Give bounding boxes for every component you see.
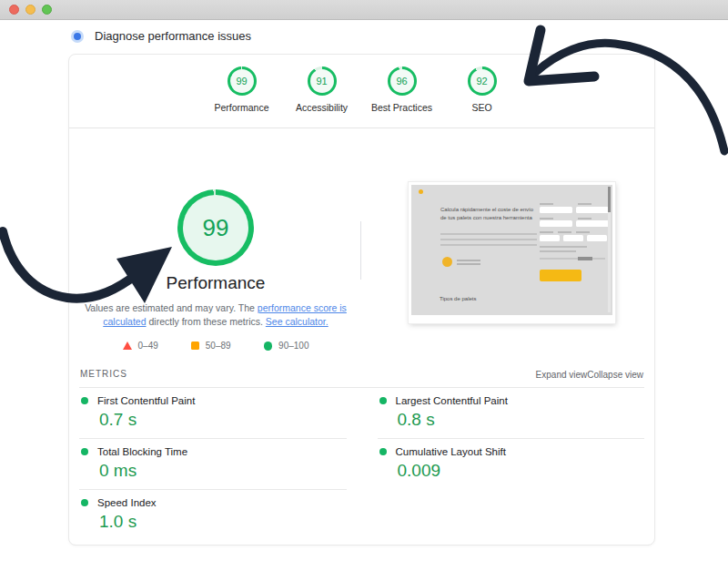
site-logo-dot xyxy=(419,189,423,194)
metric-value: 1.0 s xyxy=(99,512,347,532)
legend-range-mid-label: 50–89 xyxy=(206,341,231,351)
red-triangle-icon xyxy=(123,342,132,350)
desc-text: directly from these metrics. xyxy=(147,316,266,327)
window-titlebar xyxy=(0,0,728,20)
metrics-right-column: Largest Contentful Paint 0.8 s Cumulativ… xyxy=(378,388,645,540)
green-dot-icon xyxy=(379,397,387,404)
legend-range-mid: 50–89 xyxy=(191,341,231,351)
legend-range-high: 90–100 xyxy=(264,341,309,351)
metric-value: 0.7 s xyxy=(99,410,347,430)
metric-value: 0 ms xyxy=(99,461,347,481)
accessibility-score-small: 91 xyxy=(316,76,327,87)
metric-first-contentful-paint: First Contentful Paint 0.7 s xyxy=(79,388,347,439)
expand-view-link[interactable]: Expand view xyxy=(536,370,588,380)
screenshot-heading: Calcula rápidamente el coste de envío de… xyxy=(440,206,537,221)
metric-total-blocking-time: Total Blocking Time 0 ms xyxy=(79,439,347,490)
metric-name: First Contentful Paint xyxy=(97,395,195,406)
performance-gauge-small: 99 xyxy=(228,66,257,96)
legend-range-low: 0–49 xyxy=(123,341,158,351)
vertical-divider xyxy=(360,221,361,280)
performance-score-value: 99 xyxy=(203,214,229,242)
diagnose-label: Diagnose performance issues xyxy=(95,29,251,43)
see-calculator-link[interactable]: See calculator. xyxy=(266,316,329,327)
green-dot-icon xyxy=(81,499,88,506)
radio-dot xyxy=(74,33,81,40)
desc-text: Values are estimated and may vary. The xyxy=(85,302,258,313)
metric-largest-contentful-paint: Largest Contentful Paint 0.8 s xyxy=(378,388,645,439)
best-practices-gauge-small: 96 xyxy=(388,66,417,96)
performance-gauge-label: Performance xyxy=(202,102,282,113)
screenshot-brand-row xyxy=(442,257,480,267)
score-legend: 0–49 50–89 90–100 xyxy=(69,341,362,351)
metric-name: Speed Index xyxy=(97,497,157,508)
metrics-section: METRICS Expand viewCollapse view First C… xyxy=(69,358,654,540)
zoom-window-button[interactable] xyxy=(42,5,52,15)
metric-cumulative-layout-shift: Cumulative Layout Shift 0.009 xyxy=(378,439,645,489)
screenshot-scrollbar xyxy=(608,187,611,312)
yellow-badge-icon xyxy=(442,257,452,267)
metric-value: 0.8 s xyxy=(398,410,645,430)
performance-score-gauge: 99 xyxy=(177,189,254,266)
screenshot-submit-button xyxy=(540,270,581,281)
seo-gauge-small: 92 xyxy=(468,66,497,96)
screenshot-caption: Tipos de palets xyxy=(440,296,476,301)
metrics-left-column: First Contentful Paint 0.7 s Total Block… xyxy=(79,388,347,540)
legend-range-low-label: 0–49 xyxy=(138,341,158,351)
seo-gauge-label: SEO xyxy=(442,102,522,113)
accessibility-gauge-label: Accessibility xyxy=(282,102,362,113)
metrics-heading: METRICS xyxy=(80,369,127,379)
brand-text-lines xyxy=(457,258,480,267)
page-screenshot-thumbnail[interactable]: Calcula rápidamente el coste de envío de… xyxy=(409,182,615,323)
lighthouse-report-card: 99 Performance 91 Accessibility 96 Best … xyxy=(68,54,655,546)
metric-name: Total Blocking Time xyxy=(97,446,187,457)
category-gauge-seo[interactable]: 92 SEO xyxy=(442,66,522,127)
screenshot-text-lines xyxy=(440,233,537,250)
performance-summary: 99 Performance Values are estimated and … xyxy=(69,128,362,351)
performance-title: Performance xyxy=(69,273,362,293)
diagnose-row: Diagnose performance issues xyxy=(71,29,728,43)
green-dot-icon xyxy=(81,448,88,455)
green-dot-icon xyxy=(379,448,387,455)
screenshot-form xyxy=(540,203,609,281)
accessibility-gauge-small: 91 xyxy=(308,66,337,96)
seo-score-small: 92 xyxy=(476,76,487,87)
best-practices-score-small: 96 xyxy=(396,76,407,87)
metric-speed-index: Speed Index 1.0 s xyxy=(79,490,347,540)
score-description: Values are estimated and may vary. The p… xyxy=(78,301,353,329)
category-gauge-best-practices[interactable]: 96 Best Practices xyxy=(362,66,442,127)
metric-value: 0.009 xyxy=(398,461,645,481)
category-gauge-performance[interactable]: 99 Performance xyxy=(202,66,282,127)
performance-report-section: 99 Performance Values are estimated and … xyxy=(69,128,654,358)
legend-range-high-label: 90–100 xyxy=(278,341,308,351)
collapse-view-link[interactable]: Collapse view xyxy=(587,370,643,380)
green-dot-icon xyxy=(81,397,88,404)
performance-score-small: 99 xyxy=(236,76,247,87)
category-gauges-row: 99 Performance 91 Accessibility 96 Best … xyxy=(69,55,654,128)
best-practices-gauge-label: Best Practices xyxy=(362,102,442,113)
radio-selected-icon[interactable] xyxy=(71,30,84,43)
screenshot-content: Calcula rápidamente el coste de envío de… xyxy=(411,185,612,315)
category-gauge-accessibility[interactable]: 91 Accessibility xyxy=(282,66,362,127)
orange-square-icon xyxy=(191,342,199,350)
green-circle-icon xyxy=(264,342,273,351)
minimize-window-button[interactable] xyxy=(25,5,35,15)
close-window-button[interactable] xyxy=(9,5,19,15)
metric-name: Cumulative Layout Shift xyxy=(396,446,506,457)
metric-name: Largest Contentful Paint xyxy=(396,395,508,406)
